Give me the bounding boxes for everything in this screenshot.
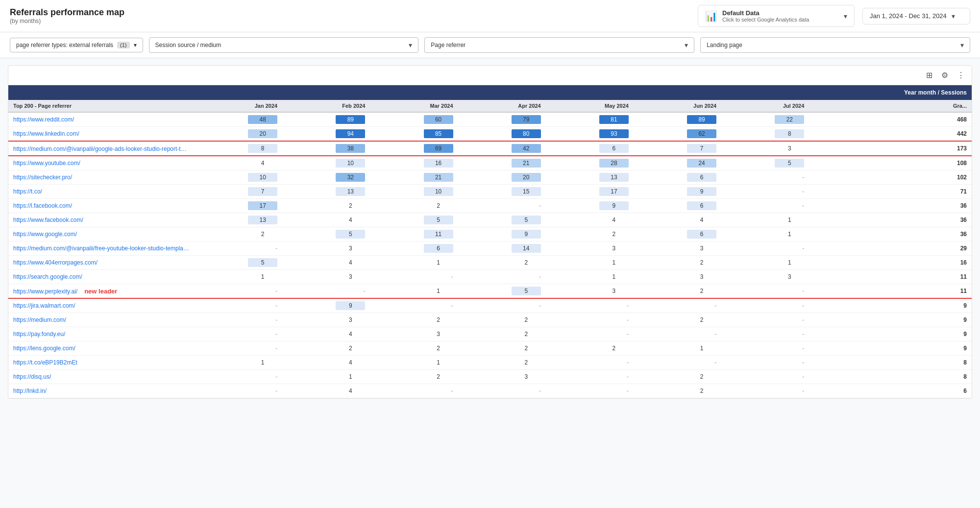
cell-value: - [282, 284, 370, 299]
filter-session-source[interactable]: Session source / medium ▾ [149, 37, 419, 53]
cell-url: https://search.google.com/ [8, 270, 195, 284]
cell-value: 5 [282, 227, 370, 242]
filter-page-referrer[interactable]: Page referrer ▾ [424, 37, 694, 53]
data-selector-text: Default Data Click to select Google Anal… [722, 9, 839, 23]
cell-value: 7 [634, 141, 721, 156]
cell-grand-total: 9 [809, 341, 972, 356]
cell-value: 1 [634, 341, 721, 356]
heat-cell: 5 [512, 287, 541, 295]
dash-value: - [275, 288, 277, 294]
heat-cell: 4 [599, 216, 629, 224]
cell-value: 2 [195, 227, 282, 242]
heat-cell: 4 [336, 330, 365, 339]
heat-cell: 10 [424, 187, 453, 196]
cell-value: 89 [634, 112, 721, 127]
cell-value: - [195, 284, 282, 299]
heat-cell: 21 [424, 173, 453, 182]
heat-cell: 2 [687, 372, 716, 381]
cell-value: 6 [370, 242, 458, 256]
cell-value: 1 [195, 270, 282, 284]
cell-value: 1 [546, 256, 634, 270]
dash-value: - [627, 373, 629, 380]
heat-cell: 15 [512, 187, 541, 196]
table-toolbar: ⊞ ⚙ ⋮ [8, 66, 972, 85]
cell-value: 5 [370, 213, 458, 227]
heat-cell: 89 [687, 115, 716, 124]
top-bar: Referrals performance map (by months) 📊 … [0, 0, 980, 32]
heat-cell: 85 [424, 129, 453, 138]
cell-value: 3 [370, 327, 458, 341]
dash-value: - [714, 331, 716, 338]
cell-value: 2 [458, 256, 546, 270]
filter-chip-badge-0: (1) [117, 42, 129, 48]
cell-value: 22 [721, 112, 809, 127]
dash-value: - [802, 373, 804, 380]
heat-cell: 81 [599, 115, 629, 124]
cell-value: 1 [721, 213, 809, 227]
cell-value: 8 [721, 127, 809, 142]
heat-cell: 4 [336, 216, 365, 224]
heat-cell: 1 [775, 230, 804, 239]
heat-cell: 3 [336, 315, 365, 324]
cell-value: 13 [282, 185, 370, 199]
heat-cell: 1 [424, 358, 453, 367]
cell-value: 3 [282, 313, 370, 327]
cell-value: - [195, 327, 282, 341]
cell-value: 3 [282, 242, 370, 256]
dash-value: - [802, 188, 804, 195]
cell-value: - [458, 270, 546, 284]
cell-url: https://lens.google.com/ [8, 341, 195, 356]
heat-cell: 16 [424, 159, 453, 168]
table-row: https://www.reddit.com/48896079818922468 [8, 112, 972, 127]
cell-url: https://www.google.com/ [8, 227, 195, 242]
cell-value: 4 [282, 213, 370, 227]
cell-url: https://medium.com/ [8, 313, 195, 327]
cell-value: 38 [282, 141, 370, 156]
table-row: https://sitechecker.pro/10322120136-102 [8, 170, 972, 185]
data-selector-button[interactable]: 📊 Default Data Click to select Google An… [698, 5, 855, 27]
cell-value: 2 [282, 341, 370, 356]
table-row: http://lnkd.in/-4---2-6 [8, 384, 972, 398]
cell-value: 9 [282, 298, 370, 313]
heat-cell: 20 [512, 173, 541, 182]
cell-value: - [195, 313, 282, 327]
dash-value: - [802, 387, 804, 394]
filter-landing-page[interactable]: Landing page ▾ [700, 37, 970, 53]
filter-page-referrer-types[interactable]: page referrer types: external referrals … [10, 38, 143, 52]
cell-value: 2 [458, 313, 546, 327]
heat-cell: 62 [687, 129, 716, 138]
cell-value: 5 [721, 156, 809, 170]
cell-value: 24 [634, 156, 721, 170]
cell-grand-total: 36 [809, 227, 972, 242]
cell-value: 5 [458, 213, 546, 227]
dash-value: - [802, 316, 804, 323]
heat-cell: 17 [599, 187, 629, 196]
col-header-apr [458, 85, 546, 100]
heat-cell: 42 [512, 144, 541, 153]
heat-cell: 9 [512, 230, 541, 239]
heat-cell: 13 [248, 216, 277, 224]
filter-icon[interactable]: ⚙ [939, 69, 950, 82]
table-icon[interactable]: ⊞ [924, 69, 934, 82]
cell-value: 3 [546, 284, 634, 299]
filter-label-2: Page referrer [431, 42, 681, 48]
cell-value: 7 [195, 185, 282, 199]
filter-arrow-2: ▾ [685, 41, 688, 49]
heat-cell: 17 [248, 201, 277, 210]
date-range-selector[interactable]: Jan 1, 2024 - Dec 31, 2024 ▾ [862, 8, 970, 24]
title-block: Referrals performance map (by months) [10, 7, 124, 24]
heat-cell: 6 [687, 230, 716, 239]
cell-grand-total: 102 [809, 170, 972, 185]
heat-cell: 3 [775, 144, 804, 153]
col-subheader-grand: Gra... [809, 100, 972, 112]
cell-value: - [546, 384, 634, 398]
cell-value: 2 [546, 341, 634, 356]
more-options-icon[interactable]: ⋮ [955, 69, 967, 82]
cell-value: - [721, 242, 809, 256]
filter-arrow-1: ▾ [409, 41, 412, 49]
dash-value: - [539, 387, 541, 394]
col-header-jul [721, 85, 809, 100]
heat-cell: 2 [512, 344, 541, 353]
dash-value: - [539, 302, 541, 309]
dash-value: - [451, 273, 453, 280]
